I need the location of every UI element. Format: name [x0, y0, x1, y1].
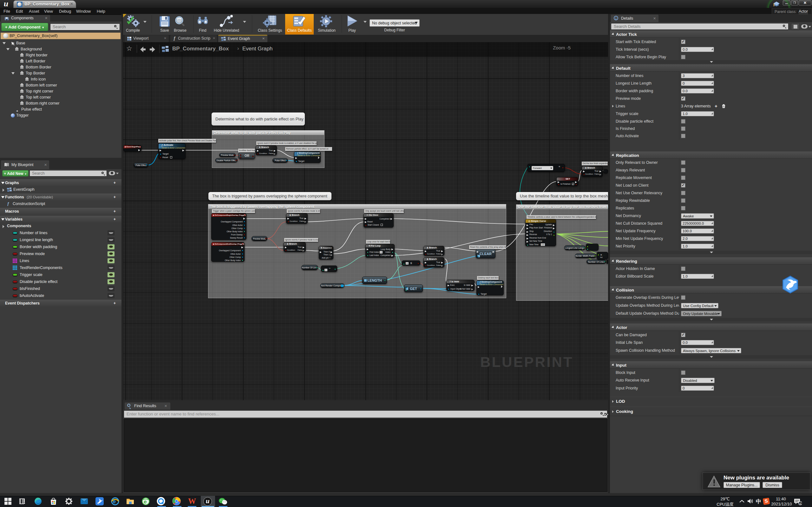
- svg-text:6: 6: [800, 502, 801, 505]
- svg-text:e: e: [144, 499, 147, 505]
- svg-text:e: e: [113, 499, 116, 504]
